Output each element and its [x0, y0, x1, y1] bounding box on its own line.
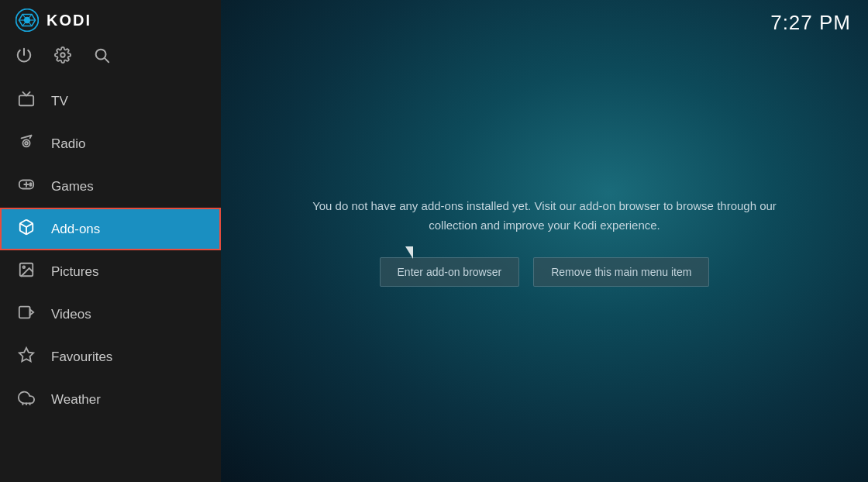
main-content: 7:27 PM You do not have any add-ons inst…	[221, 0, 868, 482]
sidebar-item-weather[interactable]: Weather	[0, 378, 221, 421]
weather-icon	[16, 389, 37, 410]
enter-addon-browser-button[interactable]: Enter add-on browser	[380, 257, 520, 287]
games-icon	[16, 176, 37, 197]
sidebar-item-label: Favourites	[51, 349, 112, 365]
svg-point-13	[22, 139, 29, 146]
sidebar-item-radio[interactable]: Radio	[0, 122, 221, 165]
sidebar-top-icons	[0, 40, 221, 80]
power-icon[interactable]	[16, 46, 33, 67]
sidebar-item-games[interactable]: Games	[0, 165, 221, 208]
svg-point-9	[60, 53, 65, 57]
svg-marker-26	[19, 348, 33, 361]
svg-point-23	[22, 266, 25, 268]
settings-icon[interactable]	[54, 46, 71, 67]
sidebar-item-label: Pictures	[51, 264, 98, 280]
sidebar: KODI	[0, 0, 221, 482]
videos-icon	[16, 304, 37, 325]
app-title: KODI	[46, 12, 91, 29]
remove-menu-item-button[interactable]: Remove this main menu item	[533, 257, 709, 287]
search-icon[interactable]	[93, 46, 110, 67]
sidebar-item-label: Weather	[51, 392, 101, 408]
sidebar-item-videos[interactable]: Videos	[0, 293, 221, 336]
sidebar-item-tv[interactable]: TV	[0, 80, 221, 122]
kodi-logo-icon	[16, 9, 39, 32]
pictures-icon	[16, 261, 37, 282]
sidebar-item-label: Add-ons	[51, 222, 100, 237]
sidebar-item-pictures[interactable]: Pictures	[0, 250, 221, 293]
svg-point-20	[30, 184, 32, 186]
sidebar-item-label: Radio	[51, 136, 85, 152]
content-buttons: Enter add-on browser Remove this main me…	[380, 257, 710, 287]
favourites-icon	[16, 346, 37, 367]
nav-items: TV Radio	[0, 80, 221, 482]
addon-message: You do not have any add-ons installed ye…	[312, 196, 777, 236]
content-overlay: You do not have any add-ons installed ye…	[221, 0, 868, 482]
tv-icon	[16, 91, 37, 112]
sidebar-header: KODI	[0, 0, 221, 40]
sidebar-item-favourites[interactable]: Favourites	[0, 336, 221, 378]
svg-point-14	[25, 142, 28, 145]
radio-icon	[16, 133, 37, 154]
addons-icon	[16, 219, 37, 239]
sidebar-item-addons[interactable]: Add-ons	[0, 208, 221, 250]
sidebar-item-label: Games	[51, 179, 94, 195]
svg-line-11	[105, 58, 108, 62]
sidebar-item-label: TV	[51, 94, 68, 109]
svg-marker-25	[30, 309, 34, 315]
sidebar-item-label: Videos	[51, 307, 91, 322]
svg-rect-12	[19, 95, 33, 105]
app-container: KODI	[0, 0, 868, 482]
svg-rect-24	[19, 307, 30, 318]
